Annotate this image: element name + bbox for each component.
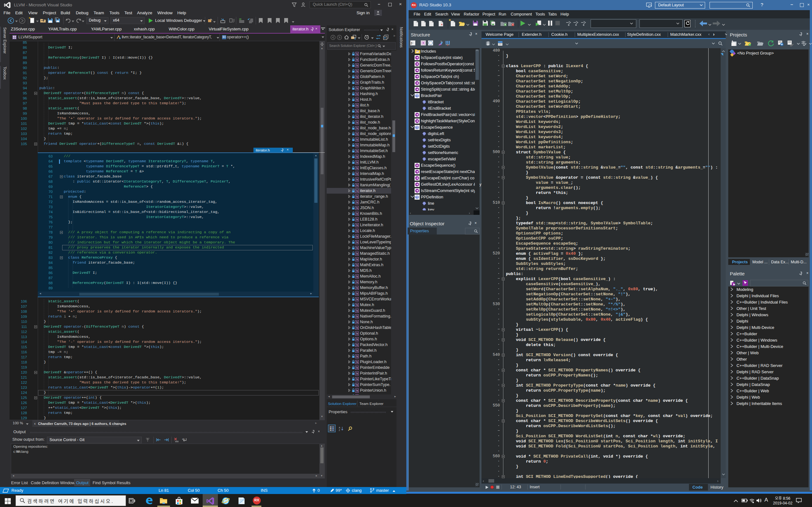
svg-text:A: A	[339, 427, 340, 429]
svg-text:?: ?	[440, 40, 442, 43]
svg-text:Z: Z	[339, 429, 340, 431]
